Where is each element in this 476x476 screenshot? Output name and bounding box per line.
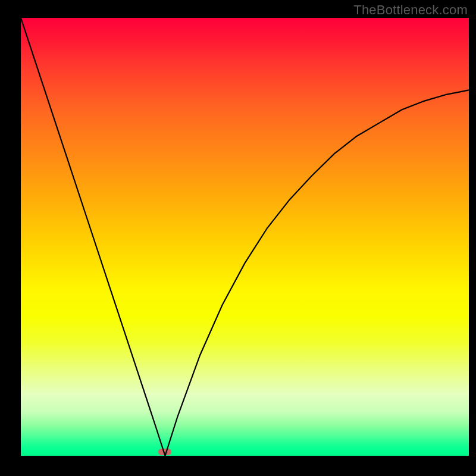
chart-frame: TheBottleneck.com: [0, 0, 476, 476]
watermark-text: TheBottleneck.com: [353, 2, 468, 18]
curve-svg: [21, 18, 469, 456]
plot-area: [21, 18, 469, 456]
curve-path: [21, 18, 469, 456]
